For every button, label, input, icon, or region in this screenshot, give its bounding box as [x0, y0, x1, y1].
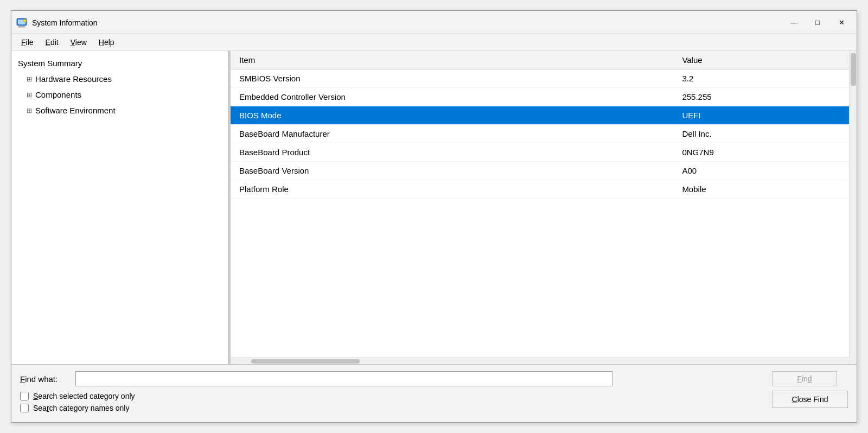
software-environment-label: Software Environment	[35, 106, 116, 115]
menu-file[interactable]: File	[16, 36, 39, 48]
table-cell-value: A00	[673, 162, 849, 180]
expand-icon-components: ⊞	[27, 91, 32, 99]
system-summary-label: System Summary	[18, 59, 82, 68]
main-window: System Information — □ ✕ File Edit View …	[11, 10, 857, 423]
maximize-button[interactable]: □	[807, 15, 828, 30]
find-button[interactable]: Find	[772, 371, 837, 386]
checkbox-row-1: Search selected category only	[20, 392, 763, 400]
table-cell-item: BIOS Mode	[231, 106, 673, 125]
table-cell-value: 3.2	[673, 69, 849, 88]
v-scrollbar-track[interactable]	[850, 51, 857, 364]
tree-item-hardware-resources[interactable]: ⊞ Hardware Resources	[11, 71, 228, 87]
search-category-names-label: Search category names only	[33, 404, 129, 412]
menu-bar: File Edit View Help	[11, 34, 857, 51]
title-bar-controls: — □ ✕	[783, 15, 852, 30]
components-label: Components	[35, 90, 81, 99]
table-row[interactable]: SMBIOS Version3.2	[231, 69, 849, 88]
search-selected-checkbox[interactable]	[20, 392, 29, 400]
expand-icon-hardware: ⊞	[27, 75, 32, 83]
close-button[interactable]: ✕	[831, 15, 852, 30]
table-cell-item: Platform Role	[231, 180, 673, 199]
table-row[interactable]: BaseBoard ManufacturerDell Inc.	[231, 125, 849, 143]
svg-rect-1	[19, 26, 24, 27]
table-cell-value: Mobile	[673, 180, 849, 199]
menu-view[interactable]: View	[65, 36, 92, 48]
menu-help[interactable]: Help	[93, 36, 120, 48]
table-cell-item: Embedded Controller Version	[231, 88, 673, 106]
table-row[interactable]: Embedded Controller Version255.255	[231, 88, 849, 106]
horizontal-scrollbar[interactable]	[231, 358, 849, 364]
table-cell-item: BaseBoard Version	[231, 162, 673, 180]
menu-edit[interactable]: Edit	[40, 36, 64, 48]
table-cell-item: BaseBoard Manufacturer	[231, 125, 673, 143]
column-value: Value	[673, 51, 849, 69]
table-cell-item: SMBIOS Version	[231, 69, 673, 88]
search-row: Find what:	[20, 371, 763, 386]
table-row[interactable]: Platform RoleMobile	[231, 180, 849, 199]
search-category-names-checkbox[interactable]	[20, 404, 29, 412]
main-content: System Summary ⊞ Hardware Resources ⊞ Co…	[11, 51, 857, 364]
table-cell-item: BaseBoard Product	[231, 143, 673, 162]
window-title: System Information	[32, 18, 98, 27]
search-bar: Find what: Search selected category only…	[11, 364, 857, 422]
tree-item-system-summary[interactable]: System Summary	[11, 55, 228, 71]
info-table: Item Value SMBIOS Version3.2Embedded Con…	[231, 51, 849, 199]
find-what-label: Find what:	[20, 374, 69, 384]
tree-item-components[interactable]: ⊞ Components	[11, 87, 228, 103]
table-cell-value: 255.255	[673, 88, 849, 106]
v-scrollbar-thumb[interactable]	[851, 53, 856, 86]
minimize-button[interactable]: —	[783, 15, 805, 30]
table-cell-value: 0NG7N9	[673, 143, 849, 162]
tree-item-software-environment[interactable]: ⊞ Software Environment	[11, 103, 228, 118]
table-cell-value: UEFI	[673, 106, 849, 125]
table-row[interactable]: BIOS ModeUEFI	[231, 106, 849, 125]
details-table[interactable]: Item Value SMBIOS Version3.2Embedded Con…	[231, 51, 849, 358]
hardware-resources-label: Hardware Resources	[35, 74, 112, 84]
title-bar-left: System Information	[16, 17, 98, 29]
table-row[interactable]: BaseBoard VersionA00	[231, 162, 849, 180]
search-input[interactable]	[75, 371, 612, 386]
table-header-row: Item Value	[231, 51, 849, 69]
column-item: Item	[231, 51, 673, 69]
svg-point-4	[24, 19, 27, 22]
table-cell-value: Dell Inc.	[673, 125, 849, 143]
checkbox-row-2: Search category names only	[20, 404, 763, 412]
table-row[interactable]: BaseBoard Product0NG7N9	[231, 143, 849, 162]
svg-rect-2	[18, 27, 25, 28]
vertical-scrollbar[interactable]	[849, 51, 857, 364]
h-scrollbar-thumb[interactable]	[251, 359, 360, 364]
expand-icon-software: ⊞	[27, 107, 32, 114]
tree-panel[interactable]: System Summary ⊞ Hardware Resources ⊞ Co…	[11, 51, 228, 364]
search-selected-label: Search selected category only	[33, 392, 135, 400]
title-bar: System Information — □ ✕	[11, 11, 857, 34]
app-icon	[16, 17, 28, 29]
details-panel: Item Value SMBIOS Version3.2Embedded Con…	[231, 51, 849, 364]
close-find-button[interactable]: Close Find	[772, 391, 848, 408]
